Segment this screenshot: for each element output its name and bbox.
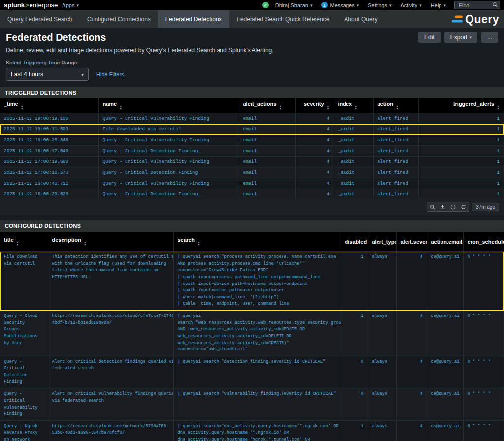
table-cell: alert_fired <box>373 167 418 178</box>
table-row[interactable]: 2025-11-12 18:00:17.040Query - Critical … <box>0 146 504 157</box>
sort-icon[interactable] <box>497 105 500 110</box>
column-header-index[interactable]: index <box>334 98 373 113</box>
find-search-box <box>454 1 500 9</box>
sort-icon[interactable] <box>354 105 357 110</box>
column-header-time[interactable]: _time <box>0 98 98 113</box>
table-row[interactable]: File download via certutilThis detection… <box>0 252 504 311</box>
table-cell: Alert on critical vulnerability findings… <box>48 388 173 421</box>
find-input[interactable] <box>458 2 492 9</box>
column-header-alert-severity[interactable]: alert.severity <box>396 232 427 252</box>
table-cell: Query - Critical Vulnerability Finding <box>98 157 239 167</box>
table-cell: cs@query.ai <box>427 388 463 421</box>
column-header-triggered-alerts[interactable]: triggered_alerts <box>418 98 504 113</box>
table-row[interactable]: Query - Critical Detection FindingAlert … <box>0 356 504 388</box>
tab-federated-detections[interactable]: Federated Detections <box>158 10 229 28</box>
triggered-detections-panel: TRIGGERED DETECTIONS _time name alert_ac… <box>0 87 504 215</box>
download-icon[interactable] <box>438 202 448 211</box>
search-icon[interactable] <box>492 2 498 8</box>
table-row[interactable]: Query - Cloud Security Groups Modificati… <box>0 311 504 356</box>
table-row[interactable]: Query - Critical Vulnerability FindingAl… <box>0 388 504 421</box>
tab-query-federated-search[interactable]: Query Federated Search <box>0 10 80 28</box>
sort-icon[interactable] <box>84 241 87 246</box>
open-search-icon[interactable] <box>427 202 438 211</box>
table-row[interactable]: 2025-11-12 18:00:20.848Query - Critical … <box>0 135 504 146</box>
apps-menu[interactable]: Apps <box>58 0 83 10</box>
table-cell: 0 * * * * <box>463 388 504 421</box>
table-cell: Query - Ngrok Reverse Proxy on Network <box>0 420 48 441</box>
activity-menu[interactable]: Activity <box>396 0 426 10</box>
column-header-name[interactable]: name <box>98 98 239 113</box>
table-cell: 4 <box>295 167 334 178</box>
configured-detections-panel: CONFIGURED DETECTIONS title description … <box>0 220 504 441</box>
info-icon[interactable] <box>448 202 458 211</box>
table-row[interactable]: Query - Ngrok Reverse Proxy on Networkht… <box>0 420 504 441</box>
splunk-logo[interactable]: splunk>enterprise <box>4 1 58 9</box>
table-cell: 0 <box>341 356 368 388</box>
table-cell: 2025-11-12 19:00:19.100 <box>0 113 98 124</box>
sort-icon[interactable] <box>396 105 399 110</box>
column-header-cron-schedule[interactable]: cron_schedule <box>463 232 504 252</box>
table-cell: alert_fired <box>373 178 418 189</box>
last-updated-badge[interactable]: 37m ago <box>472 203 499 211</box>
edit-button[interactable]: Edit <box>418 32 441 43</box>
table-cell: 1 <box>418 135 504 146</box>
messages-count-badge: 1 <box>321 2 328 8</box>
help-label: Help <box>431 2 442 8</box>
column-header-search[interactable]: search <box>173 232 341 252</box>
table-cell: cs@query.ai <box>427 252 463 311</box>
table-row[interactable]: 2025-11-12 19:00:11.503File downloaded v… <box>0 124 504 135</box>
time-range-dropdown[interactable]: Last 4 hours <box>6 68 89 81</box>
sort-icon[interactable] <box>119 105 122 110</box>
table-cell: alert_fired <box>373 189 418 200</box>
hide-filters-link[interactable]: Hide Filters <box>96 71 124 77</box>
table-cell: always <box>368 420 396 441</box>
table-row[interactable]: 2025-11-12 17:00:16.573Query - Critical … <box>0 167 504 178</box>
table-cell: 2025-11-12 18:00:17.040 <box>0 146 98 157</box>
tab-about-query[interactable]: About Query <box>337 10 384 28</box>
time-range-label: Select Triggering Time Range <box>6 60 498 65</box>
table-cell: email <box>239 167 295 178</box>
table-cell: cs@query.ai <box>427 420 463 441</box>
table-cell: 4 <box>396 356 427 388</box>
settings-menu[interactable]: Settings <box>363 0 396 10</box>
table-cell: email <box>239 157 295 167</box>
column-header-disabled[interactable]: disabled <box>341 232 368 252</box>
table-cell: 4 <box>295 189 334 200</box>
column-header-alert-type[interactable]: alert_type <box>368 232 396 252</box>
column-header-alert-actions[interactable]: alert_actions <box>239 98 295 113</box>
configured-detections-table: title description search disabled alert_… <box>0 232 504 441</box>
column-header-severity[interactable]: severity <box>295 98 334 113</box>
triggered-detections-table: _time name alert_actions severity index … <box>0 98 504 199</box>
table-row[interactable]: 2025-11-12 16:00:40.712Query - Critical … <box>0 178 504 189</box>
table-toolbar-icons <box>427 202 469 212</box>
tab-configured-connections[interactable]: Configured Connections <box>80 10 158 28</box>
refresh-icon[interactable] <box>458 202 469 211</box>
time-range-value: Last 4 hours <box>11 71 43 78</box>
export-button[interactable]: Export <box>444 32 477 43</box>
more-actions-button[interactable]: ... <box>481 32 498 43</box>
sort-icon[interactable] <box>16 241 19 246</box>
health-check-icon[interactable] <box>262 2 269 8</box>
table-cell: _audit <box>334 167 373 178</box>
help-menu[interactable]: Help <box>426 0 450 10</box>
sort-icon[interactable] <box>279 105 282 110</box>
table-cell: 0 <box>341 388 368 421</box>
column-header-title[interactable]: title <box>0 232 48 252</box>
sort-icon[interactable] <box>197 241 200 246</box>
table-cell: 4 <box>295 178 334 189</box>
tab-federated-search-quick-reference[interactable]: Federated Search Quick Reference <box>229 10 337 28</box>
chevron-down-icon <box>81 71 84 78</box>
table-row[interactable]: 2025-11-12 19:00:19.100Query - Critical … <box>0 113 504 124</box>
sort-icon[interactable] <box>327 105 330 110</box>
table-cell: Query - Critical Detection Finding <box>98 189 239 200</box>
column-header-action-email-to[interactable]: action.email.to <box>427 232 463 252</box>
user-menu[interactable]: Dhiraj Sharan <box>271 0 317 10</box>
configured-detections-title: CONFIGURED DETECTIONS <box>0 220 504 232</box>
table-cell: _audit <box>334 146 373 157</box>
column-header-action[interactable]: action <box>373 98 418 113</box>
sort-icon[interactable] <box>21 105 24 110</box>
column-header-description[interactable]: description <box>48 232 173 252</box>
messages-menu[interactable]: 1Messages <box>317 0 364 10</box>
table-row[interactable]: 2025-11-12 17:00:19.668Query - Critical … <box>0 157 504 167</box>
table-row[interactable]: 2025-11-12 16:00:29.020Query - Critical … <box>0 189 504 200</box>
